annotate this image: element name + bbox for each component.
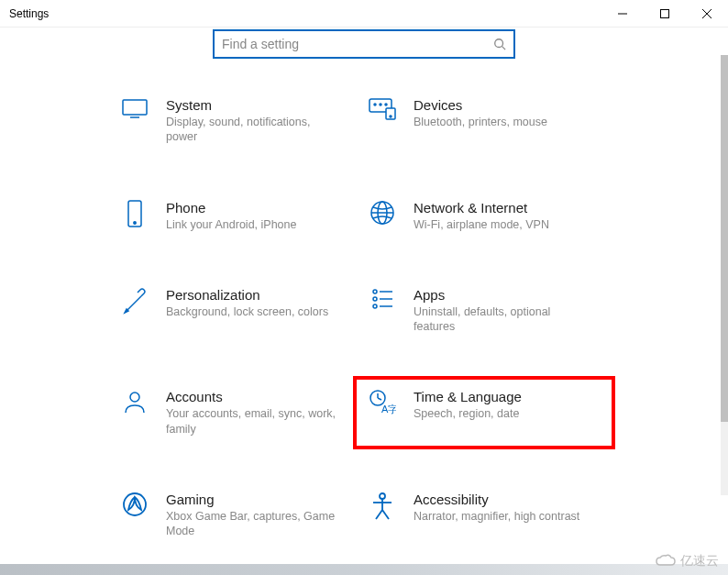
category-system[interactable]: System Display, sound, notifications, po… <box>113 92 360 150</box>
category-desc: Display, sound, notifications, power <box>166 115 344 145</box>
category-title: Devices <box>414 97 591 113</box>
category-accounts[interactable]: Accounts Your accounts, email, sync, wor… <box>113 383 360 442</box>
search-input[interactable] <box>222 37 493 51</box>
svg-point-26 <box>130 393 139 402</box>
category-desc: Uninstall, defaults, optional features <box>414 304 591 335</box>
window-title: Settings <box>9 7 49 20</box>
category-desc: Bluetooth, printers, mouse <box>414 115 591 129</box>
category-personalization[interactable]: Personalization Background, lock screen,… <box>113 282 360 340</box>
category-title: Phone <box>166 200 344 216</box>
category-network[interactable]: Network & Internet Wi-Fi, airplane mode,… <box>360 194 608 238</box>
window-controls <box>601 0 728 28</box>
close-button[interactable] <box>686 0 728 28</box>
apps-icon <box>368 287 397 316</box>
watermark: 亿速云 <box>655 553 719 569</box>
svg-line-5 <box>502 47 506 50</box>
category-title: Personalization <box>166 287 344 303</box>
category-title: Network & Internet <box>414 200 591 216</box>
vertical-scrollbar[interactable] <box>721 55 728 495</box>
svg-rect-1 <box>661 9 669 17</box>
svg-point-4 <box>495 39 503 48</box>
category-title: System <box>166 97 344 113</box>
phone-icon <box>120 200 149 229</box>
svg-line-19 <box>127 296 141 310</box>
category-desc: Your accounts, email, sync, work, family <box>166 406 344 437</box>
category-desc: Narrator, magnifier, high contrast <box>414 509 591 524</box>
category-desc: Background, lock screen, colors <box>166 304 344 319</box>
accounts-icon <box>120 389 149 418</box>
category-apps[interactable]: Apps Uninstall, defaults, optional featu… <box>360 282 608 340</box>
category-desc: Wi-Fi, airplane mode, VPN <box>414 217 591 232</box>
svg-point-32 <box>380 493 385 499</box>
category-title: Apps <box>414 287 591 303</box>
svg-line-35 <box>376 510 382 519</box>
category-phone[interactable]: Phone Link your Android, iPhone <box>113 194 360 238</box>
svg-line-36 <box>382 510 389 519</box>
categories-grid: System Display, sound, notifications, po… <box>67 92 654 575</box>
svg-point-10 <box>380 104 381 105</box>
network-icon <box>368 200 397 229</box>
window-titlebar: Settings <box>0 0 728 28</box>
category-devices[interactable]: Devices Bluetooth, printers, mouse <box>360 92 608 150</box>
category-title: Time & Language <box>414 389 591 404</box>
svg-point-20 <box>373 290 377 293</box>
personalization-icon <box>120 287 149 316</box>
category-gaming[interactable]: Gaming Xbox Game Bar, captures, Game Mod… <box>113 486 360 545</box>
system-icon <box>120 97 149 127</box>
category-desc: Link your Android, iPhone <box>166 217 344 232</box>
search-icon <box>493 38 506 50</box>
category-accessibility[interactable]: Accessibility Narrator, magnifier, high … <box>360 486 608 545</box>
svg-point-9 <box>374 104 376 105</box>
category-desc: Speech, region, date <box>414 406 591 421</box>
content-scroll[interactable]: System Display, sound, notifications, po… <box>0 55 721 575</box>
svg-text:A字: A字 <box>381 404 396 415</box>
category-time-language[interactable]: A字 Time & Language Speech, region, date <box>360 383 608 442</box>
category-title: Gaming <box>166 492 344 507</box>
svg-point-22 <box>373 297 377 301</box>
svg-rect-6 <box>123 100 147 115</box>
watermark-text: 亿速云 <box>680 553 719 569</box>
category-desc: Xbox Game Bar, captures, Game Mode <box>166 509 344 539</box>
svg-point-13 <box>390 116 392 117</box>
minimize-button[interactable] <box>601 0 644 28</box>
accessibility-icon <box>368 492 397 521</box>
scrollbar-thumb[interactable] <box>721 55 728 422</box>
svg-line-29 <box>378 398 381 400</box>
gaming-icon <box>120 492 149 521</box>
svg-point-11 <box>385 104 387 105</box>
category-title: Accessibility <box>414 492 591 507</box>
svg-point-24 <box>373 304 377 308</box>
footer-strip <box>0 564 728 575</box>
category-title: Accounts <box>166 389 344 404</box>
maximize-button[interactable] <box>644 0 686 28</box>
time-language-icon: A字 <box>368 389 397 418</box>
devices-icon <box>368 97 397 127</box>
svg-point-15 <box>134 221 136 223</box>
